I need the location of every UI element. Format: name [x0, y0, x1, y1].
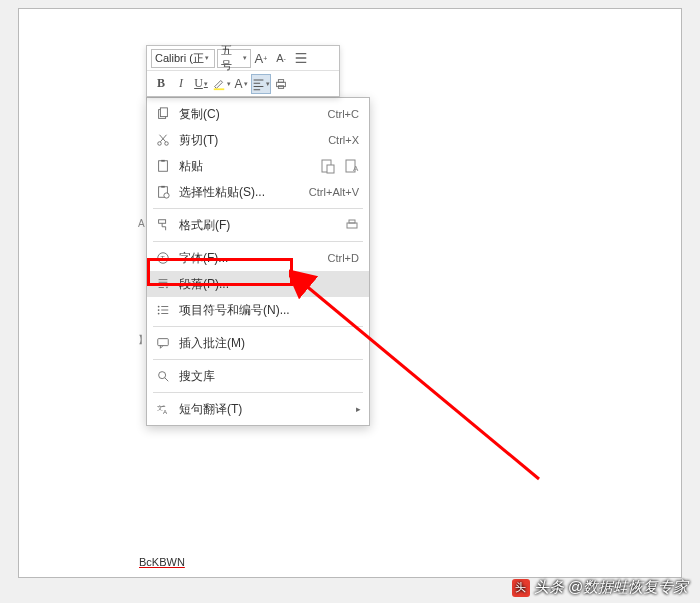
- svg-rect-8: [159, 161, 168, 172]
- font-size-value: 五号: [221, 43, 242, 73]
- menu-label: 字体(F)...: [179, 250, 328, 267]
- svg-text:A: A: [163, 408, 168, 415]
- menu-separator: [153, 326, 363, 327]
- svg-point-16: [164, 193, 169, 198]
- menu-item-translate[interactable]: 文A 短句翻译(T) ▸: [147, 396, 369, 422]
- menu-item-paragraph[interactable]: 段落(P)...: [147, 271, 369, 297]
- menu-separator: [153, 208, 363, 209]
- font-name-selector[interactable]: Calibri (正 ▾: [151, 49, 215, 68]
- svg-point-24: [158, 313, 160, 315]
- menu-shortcut: Ctrl+D: [328, 252, 359, 264]
- menu-label: 项目符号和编号(N)...: [179, 302, 363, 319]
- chevron-down-icon: ▾: [244, 80, 248, 88]
- translate-icon: 文A: [153, 399, 173, 419]
- svg-rect-15: [161, 186, 165, 188]
- context-menu: 复制(C) Ctrl+C 剪切(T) Ctrl+X 粘贴 A 选择性粘贴(S).…: [146, 97, 370, 426]
- paste-icon: [153, 156, 173, 176]
- watermark: 头 头条 @数据蛙恢复专家: [512, 578, 688, 597]
- svg-rect-25: [158, 339, 169, 346]
- menu-label: 剪切(T): [179, 132, 328, 149]
- menu-item-format-painter[interactable]: 格式刷(F): [147, 212, 369, 238]
- bold-button[interactable]: B: [151, 74, 171, 94]
- menu-separator: [153, 359, 363, 360]
- italic-button[interactable]: I: [171, 74, 191, 94]
- menu-item-cut[interactable]: 剪切(T) Ctrl+X: [147, 127, 369, 153]
- alignment-button[interactable]: ▾: [251, 74, 271, 94]
- toolbar-row-2: B I U▾ ▾ A▾ ▾: [147, 71, 339, 96]
- format-painter-extra: [343, 216, 361, 234]
- toolbar-row-1: Calibri (正 ▾ 五号 ▾ A+ A-: [147, 46, 339, 71]
- decrease-font-icon[interactable]: A-: [271, 48, 291, 68]
- paste-text-only-icon[interactable]: A: [343, 157, 361, 175]
- dropdown-arrow-icon: ▾: [243, 54, 247, 62]
- svg-rect-5: [160, 108, 167, 117]
- svg-point-7: [165, 142, 169, 146]
- paste-keep-formatting-icon[interactable]: [319, 157, 337, 175]
- font-color-button[interactable]: A▾: [231, 74, 251, 94]
- svg-rect-11: [327, 165, 334, 173]
- search-icon: [153, 366, 173, 386]
- menu-shortcut: Ctrl+Alt+V: [309, 186, 359, 198]
- svg-rect-0: [213, 88, 224, 90]
- watermark-prefix: 头条: [534, 578, 564, 597]
- menu-item-paste[interactable]: 粘贴 A: [147, 153, 369, 179]
- cut-icon: [153, 130, 173, 150]
- page-text-fragment: 】: [138, 333, 146, 345]
- svg-text:A: A: [353, 164, 359, 173]
- chevron-down-icon: ▾: [266, 80, 270, 88]
- paste-options: A: [319, 157, 361, 175]
- svg-point-6: [158, 142, 162, 146]
- format-painter-icon: [153, 215, 173, 235]
- dropdown-arrow-icon: ▾: [205, 54, 209, 62]
- menu-shortcut: Ctrl+C: [328, 108, 359, 120]
- menu-item-insert-comment[interactable]: 插入批注(M): [147, 330, 369, 356]
- menu-item-paste-special[interactable]: 选择性粘贴(S)... Ctrl+Alt+V: [147, 179, 369, 205]
- menu-label: 段落(P)...: [179, 276, 363, 293]
- menu-label: 选择性粘贴(S)...: [179, 184, 309, 201]
- font-size-selector[interactable]: 五号 ▾: [217, 49, 251, 68]
- paragraph-icon: [153, 274, 173, 294]
- toolbar-menu-icon[interactable]: [291, 48, 311, 68]
- menu-label: 复制(C): [179, 106, 328, 123]
- app-frame: A 】 Calibri (正 ▾ 五号 ▾ A+ A- B I U▾ ▾: [18, 8, 682, 578]
- menu-label: 粘贴: [179, 158, 319, 175]
- paste-special-icon: [153, 182, 173, 202]
- menu-shortcut: Ctrl+X: [328, 134, 359, 146]
- menu-label: 插入批注(M): [179, 335, 363, 352]
- svg-text:T: T: [160, 255, 165, 262]
- menu-separator: [153, 241, 363, 242]
- menu-item-search-library[interactable]: 搜文库: [147, 363, 369, 389]
- page-footer-text: BcKBWN: [139, 556, 185, 568]
- svg-rect-19: [349, 220, 355, 223]
- highlight-color-button[interactable]: ▾: [211, 74, 231, 94]
- svg-rect-9: [161, 160, 165, 162]
- print-icon[interactable]: [343, 216, 361, 234]
- menu-label: 格式刷(F): [179, 217, 343, 234]
- svg-rect-18: [347, 223, 357, 228]
- chevron-down-icon: ▾: [204, 80, 208, 88]
- comment-icon: [153, 333, 173, 353]
- font-icon: T: [153, 248, 173, 268]
- menu-item-bullets[interactable]: 项目符号和编号(N)...: [147, 297, 369, 323]
- bullets-icon: [153, 300, 173, 320]
- menu-item-copy[interactable]: 复制(C) Ctrl+C: [147, 101, 369, 127]
- svg-rect-17: [159, 220, 166, 224]
- menu-item-font[interactable]: T 字体(F)... Ctrl+D: [147, 245, 369, 271]
- menu-label: 搜文库: [179, 368, 363, 385]
- copy-icon: [153, 104, 173, 124]
- svg-point-22: [158, 306, 160, 308]
- watermark-author: @数据蛙恢复专家: [568, 578, 688, 597]
- menu-label: 短句翻译(T): [179, 401, 356, 418]
- underline-button[interactable]: U▾: [191, 74, 211, 94]
- print-icon[interactable]: [271, 74, 291, 94]
- watermark-logo-icon: 头: [512, 579, 530, 597]
- svg-point-26: [159, 372, 166, 379]
- increase-font-icon[interactable]: A+: [251, 48, 271, 68]
- page-text-fragment: A: [138, 218, 146, 230]
- chevron-down-icon: ▾: [227, 80, 231, 88]
- font-name-value: Calibri (正: [155, 51, 204, 66]
- svg-point-23: [158, 309, 160, 311]
- svg-text:文: 文: [157, 404, 163, 411]
- mini-toolbar: Calibri (正 ▾ 五号 ▾ A+ A- B I U▾ ▾ A▾: [146, 45, 340, 97]
- submenu-arrow-icon: ▸: [356, 404, 361, 414]
